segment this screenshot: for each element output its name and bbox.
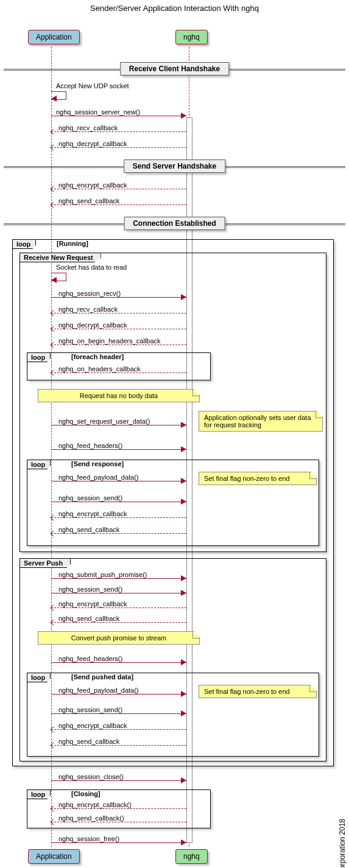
msg-send-callback-hs: nghq_send_callback <box>51 197 186 205</box>
frame-title: Server Push <box>19 558 71 568</box>
sequence-diagram: Application nghq Receive Client Handshak… <box>0 15 349 867</box>
msg-label: nghq_recv_callback <box>58 306 118 313</box>
note-final-flag-1: Set final flag non-zero to end <box>199 472 317 485</box>
frame-tag: loop <box>27 352 51 362</box>
msg-label: nghq_encrypt_callback <box>58 722 127 729</box>
msg-session-free: nghq_session_free() <box>51 835 186 843</box>
msg-set-request-user-data: nghq_set_request_user_data() <box>51 417 186 425</box>
msg-recv-callback-1: nghq_recv_callback <box>51 124 186 132</box>
msg-label: nghq_send_callback() <box>58 814 124 822</box>
msg-label: nghq_send_callback <box>58 615 119 622</box>
msg-label: nghq_send_callback <box>58 197 119 205</box>
msg-label: nghq_session_recv() <box>58 290 121 297</box>
msg-feed-payload-1: nghq_feed_payload_data() <box>51 473 186 481</box>
msg-recv-callback-2: nghq_recv_callback <box>51 305 186 313</box>
msg-label: nghq_session_send() <box>58 706 122 713</box>
msg-on-headers: nghq_on_headers_callback <box>51 365 186 373</box>
msg-label: nghq_encrypt_callback <box>58 181 127 189</box>
copyright: © British Broadcasting Corporation 2018 <box>338 819 347 867</box>
msg-submit-push-promise: nghq_submit_push_promise() <box>51 570 186 579</box>
msg-label: nghq_session_free() <box>58 835 119 842</box>
actor-application-top: Application <box>28 30 80 44</box>
msg-label: nghq_session_close() <box>58 773 124 780</box>
msg-label: nghq_set_request_user_data() <box>58 418 150 425</box>
msg-session-recv: nghq_session_recv() <box>51 289 186 298</box>
note-final-flag-2: Set final flag non-zero to end <box>199 685 317 698</box>
msg-label: nghq_session_server_new() <box>56 108 140 116</box>
msg-session-close: nghq_session_close() <box>51 772 186 781</box>
msg-decrypt-callback-2: nghq_decrypt_callback <box>51 321 186 329</box>
note-no-body: Request has no body data <box>38 389 200 402</box>
diagram-title: Sender/Server Application Interaction Wi… <box>0 0 349 15</box>
msg-session-send-1: nghq_session_send() <box>51 494 186 502</box>
msg-send-cb-resp: nghq_send_callback <box>51 525 186 534</box>
msg-label: nghq_feed_payload_data() <box>58 687 139 694</box>
frame-tag: loop <box>27 460 51 469</box>
note-convert-push: Convert push promise to stream <box>38 631 200 645</box>
msg-on-begin-headers: nghq_on_begin_headers_callback <box>51 337 186 345</box>
msg-label: nghq_send_callback <box>58 738 119 745</box>
msg-label: Socket has data to read <box>56 264 127 271</box>
msg-label: nghq_feed_payload_data() <box>58 474 139 481</box>
msg-label: nghq_session_send() <box>58 586 122 593</box>
msg-feed-headers-1: nghq_feed_headers() <box>51 441 186 450</box>
msg-label: nghq_encrypt_callback <box>58 600 127 607</box>
msg-label: nghq_decrypt_callback <box>58 140 127 147</box>
msg-encrypt-cb-resp: nghq_encrypt_callback <box>51 509 186 518</box>
msg-label: nghq_session_send() <box>58 494 122 502</box>
msg-encrypt-cb-pushed: nghq_encrypt_callback <box>51 721 186 730</box>
msg-label: nghq_feed_headers() <box>58 442 122 449</box>
frame-cond: [Send pushed data] <box>71 673 133 681</box>
msg-send-cb-pushed: nghq_send_callback <box>51 737 186 746</box>
msg-label: nghq_on_headers_callback <box>58 365 141 373</box>
msg-label: nghq_feed_headers() <box>58 655 122 662</box>
msg-label: Accept New UDP socket <box>56 82 129 89</box>
msg-label: nghq_on_begin_headers_callback <box>58 337 161 345</box>
msg-encrypt-cb-push: nghq_encrypt_callback <box>51 600 186 608</box>
frame-tag: loop <box>12 239 36 249</box>
msg-feed-payload-2: nghq_feed_payload_data() <box>51 686 186 695</box>
actor-application-bottom: Application <box>28 849 80 864</box>
actor-nghq-bottom: nghq <box>175 849 208 864</box>
msg-label: nghq_recv_callback <box>58 124 118 131</box>
msg-session-send-2: nghq_session_send() <box>51 585 186 593</box>
msg-send-cb-push: nghq_send_callback <box>51 614 186 623</box>
msg-label: nghq_encrypt_callback() <box>58 801 132 808</box>
frame-cond: [Closing] <box>71 790 100 797</box>
msg-decrypt-callback-1: nghq_decrypt_callback <box>51 139 186 148</box>
msg-label: nghq_encrypt_callback <box>58 510 127 517</box>
actor-nghq-top: nghq <box>175 30 208 44</box>
frame-cond: [Send response] <box>71 460 124 467</box>
frame-tag: loop <box>27 673 51 682</box>
frame-tag: loop <box>27 789 51 799</box>
msg-session-server-new: nghq_session_server_new() <box>51 108 186 116</box>
msg-label: nghq_send_callback <box>58 526 119 533</box>
note-user-data: Application optionally sets user data fo… <box>199 411 323 432</box>
msg-label: nghq_decrypt_callback <box>58 321 127 329</box>
divider-recv-handshake: Receive Client Handshake <box>120 62 229 75</box>
frame-cond: [foreach header] <box>71 353 124 360</box>
msg-label: nghq_submit_push_promise() <box>58 571 147 578</box>
msg-session-send-3: nghq_session_send() <box>51 705 186 714</box>
divider-conn-established: Connection Established <box>124 217 225 230</box>
divider-send-handshake: Send Server Handshake <box>124 159 225 173</box>
msg-encrypt-callback-hs: nghq_encrypt_callback <box>51 181 186 189</box>
frame-title: Receive New Request <box>19 253 101 262</box>
msg-send-cb-closing: nghq_send_callback() <box>51 814 186 822</box>
msg-encrypt-cb-closing: nghq_encrypt_callback() <box>51 800 186 809</box>
msg-feed-headers-2: nghq_feed_headers() <box>51 654 186 663</box>
frame-cond: [Running] <box>57 240 88 247</box>
